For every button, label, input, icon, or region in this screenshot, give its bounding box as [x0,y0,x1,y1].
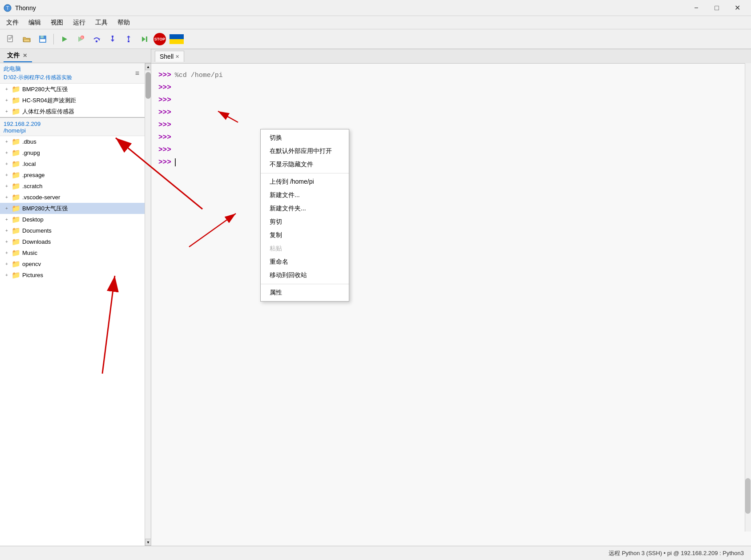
debug-icon: B [76,35,85,44]
folder-icon: 📁 [12,226,20,235]
expand-icon[interactable]: + [4,183,10,189]
expand-icon[interactable]: + [4,194,10,201]
remote-item-dbus[interactable]: + 📁 .dbus [0,136,145,147]
new-file-button[interactable] [4,32,18,46]
resume-button[interactable] [137,32,152,46]
ctx-properties[interactable]: 属性 [261,286,349,299]
folder-icon: 📁 [12,160,20,168]
remote-item-scratch[interactable]: + 📁 .scratch [0,181,145,192]
ctx-rename[interactable]: 重命名 [261,255,349,269]
local-file-tree: + 📁 BMP280大气压强 + 📁 HC-SR04超声波测距 + 📁 [0,84,145,117]
shell-line-2: >>> [158,81,744,94]
minimize-button[interactable]: − [686,0,707,16]
remote-item-vscode-server[interactable]: + 📁 .vscode-server [0,192,145,203]
file-panel-tab[interactable]: 文件 ✕ [4,50,32,62]
expand-icon[interactable]: + [4,86,10,93]
menu-view[interactable]: 视图 [46,17,68,28]
expand-icon[interactable]: + [4,97,10,104]
step-into-button[interactable] [105,32,120,46]
expand-icon[interactable]: + [4,161,10,167]
scroll-up-btn[interactable]: ▲ [145,63,151,70]
expand-icon[interactable]: + [4,261,10,267]
run-button[interactable] [57,32,72,46]
menu-file[interactable]: 文件 [2,17,23,28]
status-text: 远程 Python 3 (SSH) • pi @ 192.168.2.209 :… [609,549,744,557]
ctx-cut[interactable]: 剪切 [261,215,349,229]
stop-button[interactable]: STOP [153,33,166,45]
expand-icon[interactable]: + [4,250,10,256]
expand-icon[interactable]: + [4,172,10,178]
remote-item-opencv[interactable]: + 📁 opencv [0,258,145,270]
ctx-paste[interactable]: 粘贴 [261,242,349,255]
remote-item-bmp280[interactable]: + 📁 BMP280大气压强 [0,203,145,214]
local-item-bmp280[interactable]: + 📁 BMP280大气压强 [0,84,145,95]
window-controls: − □ ✕ [686,0,747,16]
left-scrollbar[interactable]: ▲ ▼ [145,63,151,546]
shell-area: Shell ✕ >>> %cd /home/pi >>> >>> >>> [151,49,751,546]
scroll-thumb[interactable] [145,72,151,99]
remote-item-pictures[interactable]: + 📁 Pictures [0,270,145,281]
expand-icon[interactable]: + [4,139,10,145]
shell-cursor [175,158,176,166]
svg-rect-20 [128,40,129,42]
folder-icon: 📁 [12,85,20,93]
expand-icon[interactable]: + [4,272,10,278]
right-scrollbar[interactable] [745,63,751,532]
remote-item-music[interactable]: + 📁 Music [0,247,145,258]
remote-ip[interactable]: 192.168.2.209 [4,121,141,127]
folder-icon: 📁 [12,249,20,257]
menu-edit[interactable]: 编辑 [24,17,45,28]
expand-icon[interactable]: + [4,239,10,245]
remote-item-presage[interactable]: + 📁 .presage [0,169,145,181]
ctx-trash[interactable]: 移动到回收站 [261,269,349,282]
menu-tools[interactable]: 工具 [91,17,112,28]
expand-icon[interactable]: + [4,109,10,115]
step-out-button[interactable] [121,32,136,46]
remote-path[interactable]: /home/pi [4,127,141,134]
this-computer-link[interactable]: 此电脑 [4,65,72,73]
maximize-button[interactable]: □ [707,0,727,16]
menu-help[interactable]: 帮助 [113,17,134,28]
remote-item-local[interactable]: + 📁 .local [0,158,145,169]
close-button[interactable]: ✕ [727,0,747,16]
expand-icon[interactable]: + [4,228,10,234]
ctx-hide-hidden[interactable]: 不显示隐藏文件 [261,158,349,171]
debug-button[interactable]: B [73,32,88,46]
ukraine-flag[interactable] [170,34,184,44]
open-file-button[interactable] [20,32,34,46]
remote-item-gnupg[interactable]: + 📁 .gnupg [0,147,145,158]
file-tab-close[interactable]: ✕ [21,52,28,59]
ctx-switch[interactable]: 切换 [261,131,349,145]
folder-icon: 📁 [12,137,20,146]
local-menu-button[interactable]: ≡ [133,68,141,78]
ctx-copy[interactable]: 复制 [261,229,349,242]
ctx-open-external[interactable]: 在默认外部应用中打开 [261,145,349,158]
step-over-icon [92,35,101,44]
save-file-button[interactable] [36,32,50,46]
shell-tab-close-icon[interactable]: ✕ [175,54,179,60]
remote-item-downloads[interactable]: + 📁 Downloads [0,236,145,247]
remote-item-documents[interactable]: + 📁 Documents [0,225,145,236]
item-label: HC-SR04超声波测距 [22,97,76,105]
step-over-button[interactable] [89,32,104,46]
expand-icon[interactable]: + [4,217,10,223]
menu-run[interactable]: 运行 [69,17,90,28]
item-label: Music [22,250,37,256]
local-item-infrared[interactable]: + 📁 人体红外感应传感器 [0,106,145,117]
shell-tab[interactable]: Shell ✕ [155,51,184,62]
shell-prompt: >>> [158,158,171,166]
folder-icon: 📁 [12,193,20,201]
expand-icon[interactable]: + [4,150,10,156]
ctx-upload[interactable]: 上传到 /home/pi [261,175,349,189]
ctx-new-file[interactable]: 新建文件... [261,189,349,202]
right-scroll-thumb[interactable] [745,478,751,514]
svg-rect-14 [96,40,97,42]
local-item-hcsr04[interactable]: + 📁 HC-SR04超声波测距 [0,95,145,106]
local-path: D:\02-示例程序\2.传感器实验 [4,74,72,81]
main-area: 文件 ✕ 此电脑 D:\02-示例程序\2.传感器实验 ≡ [0,49,751,546]
remote-item-desktop[interactable]: + 📁 Desktop [0,214,145,225]
ctx-new-folder[interactable]: 新建文件夹... [261,202,349,215]
shell-content[interactable]: >>> %cd /home/pi >>> >>> >>> >>> >>> [151,64,751,546]
scroll-down-btn[interactable]: ▼ [145,539,151,546]
expand-icon[interactable]: + [4,205,10,212]
